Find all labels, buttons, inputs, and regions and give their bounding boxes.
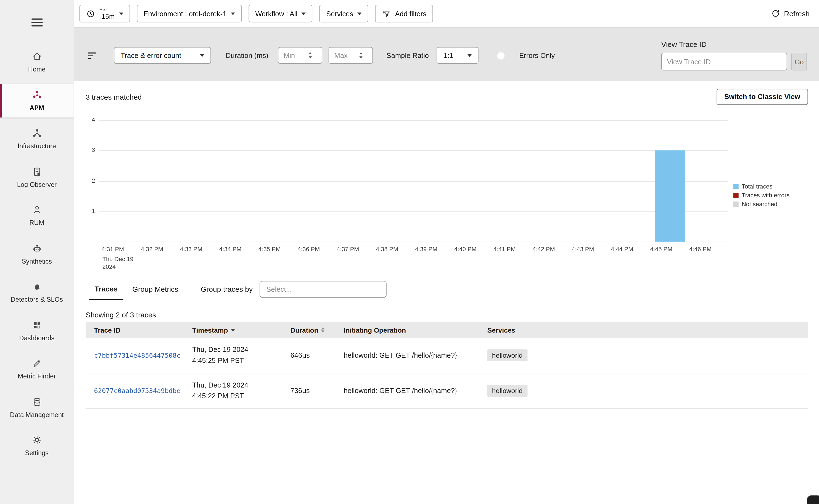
sidebar-item-home[interactable]: Home bbox=[0, 46, 74, 79]
duration-max-stepper[interactable] bbox=[328, 47, 373, 64]
workflow-dropdown-label: Workflow : All bbox=[255, 10, 297, 17]
view-trace-id-label: View Trace ID bbox=[661, 41, 707, 48]
chart-legend: Total traces Traces with errors Not sear… bbox=[733, 183, 790, 210]
environment-dropdown[interactable]: Environment : otel-derek-1 bbox=[137, 5, 242, 22]
services-dropdown[interactable]: Services bbox=[319, 5, 368, 22]
menu-button[interactable] bbox=[30, 16, 44, 29]
table-row: c7bbf57314e4856447508c Thu, Dec 19 2024 … bbox=[86, 338, 808, 373]
trace-id-link[interactable]: c7bbf57314e4856447508c bbox=[94, 351, 188, 359]
sidebar-item-rum[interactable]: RUM bbox=[0, 199, 74, 233]
gridline bbox=[99, 181, 728, 181]
legend-swatch bbox=[733, 201, 739, 207]
sidebar-item-label: Dashboards bbox=[19, 334, 55, 343]
service-badge[interactable]: helloworld bbox=[488, 349, 528, 361]
group-traces-by-select[interactable] bbox=[259, 281, 386, 298]
bell-icon bbox=[31, 280, 42, 293]
sidebar-item-dashboards[interactable]: Dashboards bbox=[0, 314, 74, 348]
filter-sliders-icon[interactable] bbox=[87, 51, 97, 60]
sidebar-item-detectors-slos[interactable]: Detectors & SLOs bbox=[0, 276, 74, 309]
legend-swatch bbox=[733, 184, 739, 189]
y-tick-label: 4 bbox=[92, 116, 95, 123]
sidebar-item-data-management[interactable]: Data Management bbox=[0, 391, 74, 425]
gridline bbox=[99, 211, 728, 212]
trace-id-link[interactable]: 62077c0aabd07534a9bdbe bbox=[94, 387, 188, 395]
tab-traces[interactable]: Traces bbox=[89, 278, 124, 300]
sidebar-item-apm[interactable]: APM bbox=[0, 84, 74, 118]
sample-ratio-value: 1:1 bbox=[444, 51, 454, 59]
metric-type-label: Trace & error count bbox=[121, 51, 181, 59]
gridline bbox=[99, 120, 728, 121]
sidebar-item-infrastructure[interactable]: Infrastructure bbox=[0, 122, 74, 156]
content-area: PST -15m Environment : otel-derek-1 Work… bbox=[74, 0, 819, 504]
legend-label: Traces with errors bbox=[742, 192, 789, 198]
chevron-down-icon bbox=[357, 12, 361, 15]
x-tick-label: 4:31 PM bbox=[95, 246, 131, 252]
help-widget-button[interactable] bbox=[807, 496, 819, 504]
legend-item: Not searched bbox=[733, 201, 790, 207]
switch-to-classic-view-button[interactable]: Switch to Classic View bbox=[717, 89, 808, 105]
tab-group-metrics[interactable]: Group Metrics bbox=[126, 278, 184, 300]
synthetics-icon bbox=[31, 242, 42, 254]
sidebar-item-label: Infrastructure bbox=[18, 142, 56, 151]
sort-desc-icon bbox=[231, 329, 235, 331]
y-tick-label: 3 bbox=[92, 147, 95, 153]
operation-cell: helloworld: GET GET /hello/{name?} bbox=[340, 387, 483, 395]
services-dropdown-label: Services bbox=[326, 10, 353, 17]
filter-bar: Trace & error count Duration (ms) Sample… bbox=[74, 27, 819, 81]
sidebar-item-synthetics[interactable]: Synthetics bbox=[0, 237, 74, 271]
sample-ratio-dropdown[interactable]: 1:1 bbox=[437, 47, 478, 64]
time-picker-button[interactable]: PST -15m bbox=[79, 5, 130, 22]
duration-min-stepper[interactable] bbox=[278, 47, 322, 64]
traces-table: Trace ID Timestamp Duration Initiating O… bbox=[86, 322, 808, 409]
legend-label: Total traces bbox=[742, 183, 772, 190]
traces-matched-text: 3 traces matched bbox=[86, 93, 142, 101]
stepper-arrows-icon[interactable] bbox=[359, 52, 362, 59]
add-filters-label: Add filters bbox=[395, 10, 427, 17]
tabs-row: Traces Group Metrics Group traces by bbox=[86, 278, 808, 300]
sidebar-item-label: Metric Finder bbox=[18, 372, 56, 381]
table-header-row: Trace ID Timestamp Duration Initiating O… bbox=[86, 322, 808, 338]
column-header-timestamp[interactable]: Timestamp bbox=[188, 326, 286, 334]
metric-type-dropdown[interactable]: Trace & error count bbox=[114, 47, 211, 64]
go-button[interactable]: Go bbox=[791, 53, 807, 70]
sidebar-item-label: Log Observer bbox=[17, 181, 57, 190]
chart-x-axis: 4:31 PM4:32 PM4:33 PM4:34 PM4:35 PM4:36 … bbox=[99, 246, 728, 254]
chart-bar[interactable] bbox=[655, 150, 685, 242]
duration-min-input[interactable] bbox=[278, 51, 307, 59]
toggle-knob bbox=[497, 52, 505, 59]
add-filters-button[interactable]: Add filters bbox=[375, 5, 433, 22]
stepper-arrows-icon[interactable] bbox=[309, 52, 312, 59]
chart-y-axis: 1234 bbox=[79, 120, 95, 242]
sidebar-item-label: Settings bbox=[25, 449, 49, 458]
legend-item: Traces with errors bbox=[733, 192, 790, 198]
x-tick-label: 4:45 PM bbox=[643, 246, 679, 252]
time-range-value: -15m bbox=[99, 13, 115, 20]
table-row: 62077c0aabd07534a9bdbe Thu, Dec 19 2024 … bbox=[86, 373, 808, 409]
x-tick-label: 4:36 PM bbox=[291, 246, 327, 252]
log-observer-icon bbox=[31, 165, 42, 178]
sidebar-item-log-observer[interactable]: Log Observer bbox=[0, 161, 74, 194]
duration-max-input[interactable] bbox=[329, 51, 358, 59]
chart-date-line2: 2024 bbox=[102, 263, 133, 271]
service-badge[interactable]: helloworld bbox=[488, 385, 528, 397]
sidebar-item-metric-finder[interactable]: Metric Finder bbox=[0, 352, 74, 386]
timestamp-cell: Thu, Dec 19 2024 4:45:22 PM PST bbox=[188, 380, 286, 402]
column-header-trace-id[interactable]: Trace ID bbox=[86, 326, 188, 334]
duration-cell: 736μs bbox=[286, 387, 340, 395]
refresh-button[interactable]: Refresh bbox=[772, 9, 810, 18]
duration-label: Duration (ms) bbox=[226, 52, 268, 59]
chart-date-line1: Thu Dec 19 bbox=[102, 255, 133, 263]
services-cell: helloworld bbox=[483, 385, 808, 397]
view-trace-id-input[interactable] bbox=[661, 53, 787, 70]
infrastructure-icon bbox=[31, 127, 42, 139]
legend-item: Total traces bbox=[733, 183, 790, 190]
column-header-duration[interactable]: Duration bbox=[286, 326, 340, 334]
workflow-dropdown[interactable]: Workflow : All bbox=[248, 5, 312, 22]
topbar: PST -15m Environment : otel-derek-1 Work… bbox=[74, 0, 819, 27]
environment-dropdown-label: Environment : otel-derek-1 bbox=[143, 10, 226, 17]
sidebar-item-settings[interactable]: Settings bbox=[0, 429, 74, 463]
refresh-icon bbox=[772, 9, 780, 18]
x-tick-label: 4:34 PM bbox=[213, 246, 248, 252]
x-tick-label: 4:39 PM bbox=[408, 246, 444, 252]
x-tick-label: 4:43 PM bbox=[565, 246, 601, 252]
